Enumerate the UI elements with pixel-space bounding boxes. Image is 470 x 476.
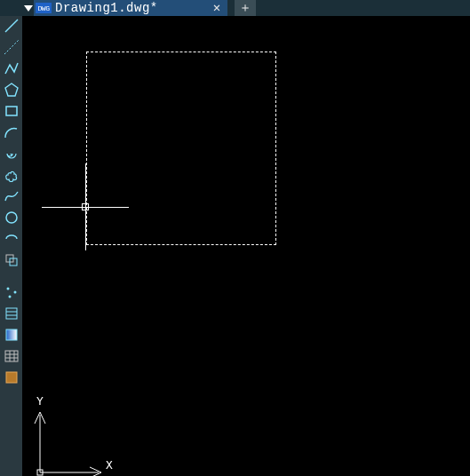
svg-point-5 — [6, 212, 17, 223]
svg-rect-11 — [6, 308, 17, 319]
polygon-tool[interactable] — [4, 82, 20, 98]
region-tool[interactable] — [4, 369, 20, 385]
tab-active[interactable]: DWG Drawing1.dwg* ✕ — [34, 0, 227, 16]
ellipse-arc-tool[interactable] — [4, 231, 20, 247]
svg-line-2 — [4, 40, 19, 54]
table-tool[interactable] — [4, 348, 20, 364]
svg-point-9 — [13, 291, 16, 294]
tab-close-button[interactable]: ✕ — [210, 1, 224, 15]
tab-title: Drawing1.dwg* — [55, 2, 158, 14]
spiral-tool[interactable] — [4, 146, 20, 162]
block-insert-tool[interactable] — [4, 252, 20, 268]
new-tab-button[interactable]: ＋ — [235, 0, 256, 16]
svg-rect-23 — [37, 470, 43, 475]
line-tool[interactable] — [4, 18, 20, 34]
ucs-y-label: Y — [36, 395, 44, 409]
spline-tool[interactable] — [4, 188, 20, 204]
draw-toolbar — [0, 16, 22, 476]
point-tool[interactable] — [4, 284, 20, 300]
svg-point-8 — [6, 288, 9, 290]
svg-rect-14 — [6, 329, 17, 340]
ucs-x-label: X — [106, 459, 113, 472]
drawing-canvas[interactable]: Y X — [22, 16, 470, 476]
ucs-icon: Y X — [33, 384, 86, 476]
circle-tool[interactable] — [4, 210, 20, 226]
svg-marker-0 — [24, 5, 33, 12]
polyline-tool[interactable] — [4, 60, 20, 76]
tab-bar: DWG Drawing1.dwg* ✕ ＋ — [0, 0, 470, 16]
svg-point-10 — [8, 296, 11, 298]
hatch-tool[interactable] — [4, 305, 20, 321]
svg-rect-4 — [6, 107, 17, 115]
gradient-tool[interactable] — [4, 327, 20, 343]
svg-rect-15 — [5, 351, 18, 361]
app-root: DWG Drawing1.dwg* ✕ ＋ — [0, 0, 470, 476]
svg-marker-3 — [5, 83, 18, 96]
rectangle-tool[interactable] — [4, 103, 20, 119]
revision-cloud-tool[interactable] — [4, 167, 20, 183]
dwg-file-icon: DWG — [36, 3, 52, 13]
construction-line-tool[interactable] — [4, 39, 20, 55]
svg-line-1 — [5, 20, 18, 32]
selection-rectangle — [86, 52, 276, 245]
crosshair-pickbox — [82, 203, 89, 210]
toolbar-separator — [4, 274, 20, 279]
arc-tool[interactable] — [4, 124, 20, 140]
svg-rect-20 — [6, 372, 17, 383]
